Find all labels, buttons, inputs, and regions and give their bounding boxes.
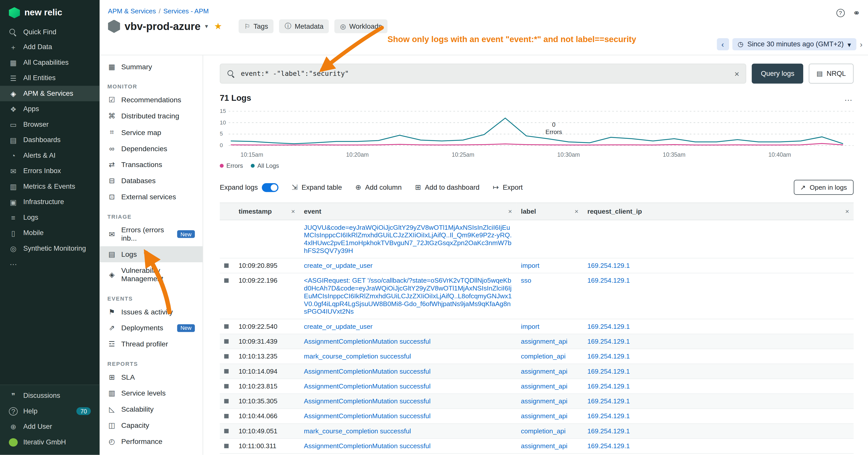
newrelic-logo[interactable]: new relic (0, 0, 99, 25)
ip-link[interactable]: 169.254.129.1 (587, 442, 849, 450)
event-link[interactable]: mark_course_completion successful (304, 353, 512, 360)
table-row[interactable]: JUQVU&code=eyJraWQiOiJjcGltY29yZV8wOTl1M… (220, 220, 854, 258)
add-to-dashboard-button[interactable]: ⊞ Add to dashboard (415, 183, 479, 192)
chip-tags[interactable]: ⚐Tags (239, 20, 274, 33)
export-button[interactable]: ↦ Export (493, 183, 523, 192)
event-link[interactable]: <ASGIRequest: GET '/sso/callback/?state=… (304, 277, 512, 316)
row-checkbox[interactable] (224, 414, 229, 419)
event-link[interactable]: create_or_update_user (304, 323, 512, 330)
event-link[interactable]: create_or_update_user (304, 262, 512, 269)
label-link[interactable]: assignment_api (521, 337, 579, 346)
subnav-item-thread-profiler[interactable]: ☲Thread profiler (99, 336, 203, 352)
table-row[interactable]: 10:10:13.235mark_course_completion succe… (220, 349, 854, 364)
row-checkbox[interactable] (224, 384, 229, 389)
sidebar-item-discussions[interactable]: ❞Discussions (0, 388, 99, 403)
table-row[interactable]: 10:11:00.311AssignmentCompletionMutation… (220, 438, 854, 454)
table-row[interactable]: 10:10:49.051mark_course_completion succe… (220, 423, 854, 438)
time-forward-button[interactable]: › (860, 40, 863, 48)
column-header-event[interactable]: event× (300, 203, 517, 220)
sidebar-item-errors-inbox[interactable]: ✉Errors Inbox (0, 163, 99, 178)
subnav-item-sla[interactable]: ⊞SLA (99, 369, 203, 385)
column-header-request-client-ip[interactable]: request_client_ip× (583, 203, 854, 220)
logs-search-box[interactable]: × (220, 64, 746, 84)
sidebar-item-help[interactable]: ?Help70 (0, 403, 99, 419)
ip-link[interactable]: 169.254.129.1 (587, 337, 849, 346)
legend-all-logs[interactable]: All Logs (251, 162, 279, 169)
ip-link[interactable]: 169.254.129.1 (587, 353, 849, 360)
row-checkbox[interactable] (224, 324, 229, 329)
expand-table-button[interactable]: ⇲ Expand table (291, 183, 342, 192)
chip-metadata[interactable]: ⓘMetadata (279, 20, 329, 33)
table-row[interactable]: 10:10:44.066AssignmentCompletionMutation… (220, 409, 854, 423)
subnav-item-logs[interactable]: ▤Logs (99, 246, 203, 262)
clear-search-icon[interactable]: × (735, 69, 739, 78)
expand-logs-control[interactable]: Expand logs (220, 183, 278, 192)
query-logs-button[interactable]: Query logs (752, 64, 803, 84)
subnav-item-capacity[interactable]: ◫Capacity (99, 417, 203, 433)
open-in-logs-button[interactable]: ↗ Open in logs (794, 180, 854, 195)
event-link[interactable]: AssignmentCompletionMutation successful (304, 337, 512, 346)
subnav-item-issues-activity[interactable]: ⚑Issues & activity (99, 304, 203, 320)
sidebar-item-add-user[interactable]: ⊕Add User (0, 419, 99, 434)
ip-link[interactable]: 169.254.129.1 (587, 277, 849, 285)
subnav-item-recommendations[interactable]: ☑Recommendations (99, 92, 203, 108)
column-header-timestamp[interactable]: timestamp× (234, 203, 300, 220)
column-header-label[interactable]: label× (517, 203, 583, 220)
ip-link[interactable]: 169.254.129.1 (587, 397, 849, 405)
sidebar-item-mobile[interactable]: ▯Mobile (0, 225, 99, 240)
column-close-icon[interactable]: × (845, 207, 849, 216)
ip-link[interactable]: 169.254.129.1 (587, 412, 849, 420)
sidebar-item-infrastructure[interactable]: ▣Infrastructure (0, 194, 99, 209)
sidebar-item-iterativ-gmbh[interactable]: Iterativ GmbH (0, 434, 99, 450)
sidebar-item-metrics-events[interactable]: ▥Metrics & Events (0, 178, 99, 194)
column-close-icon[interactable]: × (508, 207, 512, 216)
table-row[interactable]: 10:10:23.815AssignmentCompletionMutation… (220, 379, 854, 393)
nrql-button[interactable]: ▤ NRQL (809, 64, 854, 84)
event-link[interactable]: AssignmentCompletionMutation successful (304, 383, 512, 390)
ip-link[interactable]: 169.254.129.1 (587, 383, 849, 390)
row-checkbox[interactable] (224, 444, 229, 449)
row-checkbox[interactable] (224, 263, 229, 268)
breadcrumb-services-apm[interactable]: Services - APM (163, 7, 209, 15)
subnav-item-vulnerability-management[interactable]: ◈Vulnerability Management (99, 262, 203, 287)
subnav-item-scalability[interactable]: ◺Scalability (99, 401, 203, 417)
sidebar-item-all-entities[interactable]: ☰All Entities (0, 70, 99, 86)
table-row[interactable]: 10:09:31.439AssignmentCompletionMutation… (220, 334, 854, 349)
subnav-item-summary[interactable]: ▦Summary (99, 59, 203, 75)
label-link[interactable]: assignment_api (521, 442, 579, 450)
sidebar-item-synthetic-monitoring[interactable]: ◎Synthetic Monitoring (0, 240, 99, 256)
entity-title[interactable]: vbv-prod-azure (124, 20, 200, 32)
row-checkbox[interactable] (224, 399, 229, 403)
legend-errors[interactable]: Errors (220, 162, 243, 169)
table-row[interactable]: 10:10:14.094AssignmentCompletionMutation… (220, 364, 854, 379)
time-picker[interactable]: ◷ Since 30 minutes ago (GMT+2) ▾ (732, 38, 857, 51)
sidebar-item-alerts-ai[interactable]: ◔Alerts & AI (0, 148, 99, 163)
ip-link[interactable]: 169.254.129.1 (587, 262, 849, 269)
breadcrumb-apm-services[interactable]: APM & Services (108, 7, 156, 15)
ip-link[interactable]: 169.254.129.1 (587, 323, 849, 330)
sidebar-item-logs[interactable]: ≡Logs (0, 209, 99, 225)
event-link[interactable]: mark_course_completion successful (304, 427, 512, 435)
subnav-item-databases[interactable]: ⊟Databases (99, 172, 203, 189)
event-link[interactable]: JUQVU&code=eyJraWQiOiJjcGltY29yZV8wOTl1M… (304, 224, 512, 255)
add-column-button[interactable]: ⊕ Add column (355, 183, 402, 192)
logs-search-input[interactable] (240, 69, 730, 78)
event-link[interactable]: AssignmentCompletionMutation successful (304, 397, 512, 405)
label-link[interactable]: assignment_api (521, 397, 579, 405)
column-close-icon[interactable]: × (291, 207, 295, 216)
subnav-item-external-services[interactable]: ⊡External services (99, 189, 203, 205)
event-link[interactable]: AssignmentCompletionMutation successful (304, 412, 512, 420)
table-row[interactable]: 10:10:35.305AssignmentCompletionMutation… (220, 394, 854, 409)
table-row[interactable]: 10:09:22.196<ASGIRequest: GET '/sso/call… (220, 273, 854, 319)
label-link[interactable]: import (521, 262, 579, 269)
row-checkbox[interactable] (224, 354, 229, 359)
sidebar-item-apps[interactable]: ❖Apps (0, 101, 99, 117)
sidebar-item-apm-services[interactable]: ◈APM & Services (0, 86, 99, 101)
sidebar-item-more[interactable]: ⋯ (0, 256, 99, 271)
sidebar-item-dashboards[interactable]: ▤Dashboards (0, 132, 99, 148)
label-link[interactable]: assignment_api (521, 383, 579, 390)
event-link[interactable]: AssignmentCompletionMutation successful (304, 367, 512, 375)
subnav-item-performance[interactable]: ◴Performance (99, 433, 203, 450)
ip-link[interactable]: 169.254.129.1 (587, 427, 849, 435)
label-link[interactable]: sso (521, 277, 579, 285)
